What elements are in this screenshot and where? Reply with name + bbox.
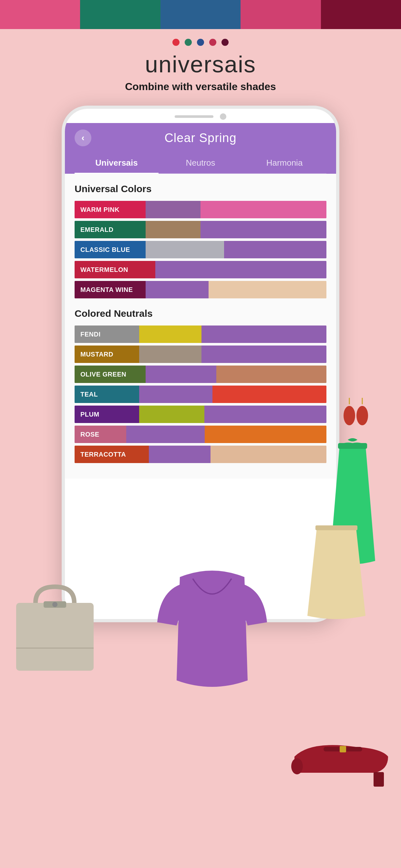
back-button[interactable]: ‹ (74, 129, 91, 146)
dot-green (185, 39, 192, 46)
color-seg-em-3 (201, 221, 327, 238)
color-seg-mw-2 (146, 281, 209, 299)
dot-pink (209, 39, 216, 46)
color-label-emerald: EMERALD (74, 221, 146, 238)
universal-colors-title: Universal Colors (74, 183, 327, 194)
color-row-fendi[interactable]: FENDI (74, 326, 327, 343)
app-header: universais Combine with versatile shades (0, 29, 401, 99)
color-seg-plum-2 (139, 406, 204, 423)
phone-tabs: Universais Neutros Harmonia (74, 153, 327, 174)
dot-row (173, 39, 228, 46)
svg-rect-4 (338, 443, 367, 449)
color-row-classic-blue[interactable]: CLASSIC BLUE (74, 241, 327, 258)
color-seg-rose-3 (205, 426, 327, 443)
color-seg-wm-2 (155, 261, 327, 278)
strip-seg-3 (160, 0, 241, 29)
app-name: universais (145, 51, 256, 78)
phone-screen-title: Clear Spring (91, 131, 310, 145)
color-label-warm-pink: WARM PINK (74, 201, 146, 218)
color-seg-teal-2 (139, 385, 212, 403)
color-label-terracotta: TERRACOTTA (74, 445, 149, 463)
svg-point-3 (357, 406, 368, 425)
color-seg-fendi-3 (202, 326, 327, 343)
color-label-rose: ROSE (74, 426, 126, 443)
color-seg-wp-2 (146, 201, 201, 218)
tab-universais[interactable]: Universais (74, 153, 158, 173)
color-label-classic-blue: CLASSIC BLUE (74, 241, 146, 258)
color-row-emerald[interactable]: EMERALD (74, 221, 327, 238)
color-seg-mustard-3 (202, 345, 327, 363)
color-label-olive-green: OLIVE GREEN (74, 366, 146, 383)
phone-notch (65, 109, 336, 123)
dot-red (173, 39, 180, 46)
svg-rect-6 (16, 603, 94, 671)
color-seg-plum-3 (204, 406, 327, 423)
notch-pill (175, 115, 213, 118)
red-shoes-decoration (291, 731, 391, 790)
color-seg-em-2 (146, 221, 201, 238)
tab-harmonia[interactable]: Harmonia (243, 153, 327, 173)
color-seg-tc-2 (149, 445, 211, 463)
color-seg-rose-2 (126, 426, 205, 443)
color-row-terracotta[interactable]: TERRACOTTA (74, 445, 327, 463)
color-row-watermelon[interactable]: WATERMELON (74, 261, 327, 278)
color-seg-og-2 (146, 366, 216, 383)
tab-neutros[interactable]: Neutros (158, 153, 243, 173)
phone-header-top: ‹ Clear Spring (74, 129, 327, 146)
color-row-teal[interactable]: TEAL (74, 385, 327, 403)
color-seg-fendi-2 (139, 326, 202, 343)
color-label-mustard: MUSTARD (74, 345, 139, 363)
color-label-fendi: FENDI (74, 326, 139, 343)
earrings-decoration (340, 396, 372, 443)
color-row-rose[interactable]: ROSE (74, 426, 327, 443)
color-row-magenta-wine[interactable]: MAGENTA WINE (74, 281, 327, 299)
dot-blue (197, 39, 204, 46)
strip-seg-5 (321, 0, 401, 29)
color-seg-tc-3 (211, 445, 327, 463)
color-row-olive-green[interactable]: OLIVE GREEN (74, 366, 327, 383)
phone-content: Universal Colors WARM PINK EMERALD CLASS… (65, 174, 336, 478)
color-seg-teal-3 (212, 385, 327, 403)
color-seg-mw-3 (209, 281, 327, 299)
color-row-plum[interactable]: PLUM (74, 406, 327, 423)
top-color-strip (0, 0, 401, 29)
colored-neutrals-title: Colored Neutrals (74, 308, 327, 319)
bag-decoration (10, 584, 100, 688)
color-label-magenta-wine: MAGENTA WINE (74, 281, 146, 299)
bottom-decoration (0, 519, 401, 810)
color-seg-wp-3 (201, 201, 327, 218)
dot-wine (221, 39, 228, 46)
color-seg-cb-3 (224, 241, 327, 258)
strip-seg-4 (241, 0, 320, 29)
svg-point-10 (291, 758, 303, 774)
color-seg-og-3 (216, 366, 327, 383)
color-row-mustard[interactable]: MUSTARD (74, 345, 327, 363)
svg-point-1 (343, 406, 355, 425)
svg-rect-13 (340, 746, 346, 752)
color-label-watermelon: WATERMELON (74, 261, 155, 278)
color-label-teal: TEAL (74, 385, 139, 403)
strip-seg-2 (80, 0, 160, 29)
svg-point-8 (52, 602, 58, 607)
strip-seg-1 (0, 0, 80, 29)
phone-header: ‹ Clear Spring Universais Neutros Harmon… (65, 123, 336, 174)
purple-top-decoration (154, 558, 270, 694)
color-label-plum: PLUM (74, 406, 139, 423)
color-seg-mustard-2 (139, 345, 202, 363)
notch-camera (220, 113, 226, 120)
color-seg-cb-2 (146, 241, 224, 258)
svg-rect-11 (374, 772, 384, 786)
tagline: Combine with versatile shades (125, 81, 276, 93)
color-row-warm-pink[interactable]: WARM PINK (74, 201, 327, 218)
